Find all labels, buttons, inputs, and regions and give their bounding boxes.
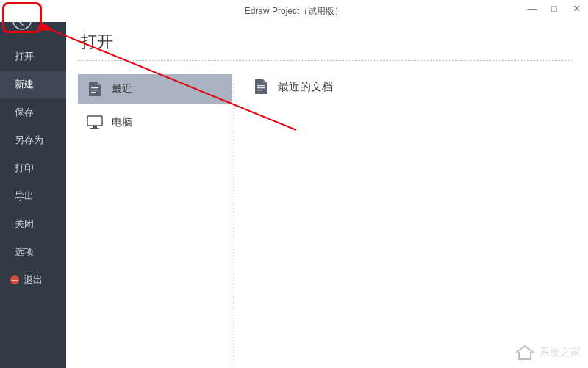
recent-documents-title: 最近的文档 <box>278 80 333 94</box>
svg-rect-7 <box>93 126 97 128</box>
sidebar-item-exit-label: 退出 <box>24 273 43 286</box>
main-content: 打开 最近 <box>66 22 588 368</box>
sidebar-item-saveas[interactable]: 另存为 <box>0 126 66 154</box>
document-icon <box>87 81 103 97</box>
title-bar: Edraw Project（试用版） <box>0 0 588 22</box>
svg-rect-5 <box>91 92 96 93</box>
sidebar-item-open[interactable]: 打开 <box>0 43 66 71</box>
minimize-button[interactable]: — <box>526 3 538 14</box>
svg-rect-6 <box>87 116 102 126</box>
sidebar-item-save[interactable]: 保存 <box>0 98 66 126</box>
page-title: 打开 <box>66 22 588 60</box>
window-title: Edraw Project（试用版） <box>245 5 344 18</box>
exit-icon: — <box>10 275 19 284</box>
sidebar-item-close[interactable]: 关闭 <box>0 210 66 238</box>
sidebar: 打开 新建 保存 另存为 打印 导出 关闭 选项 — 退出 <box>0 0 66 368</box>
document-icon <box>253 79 269 95</box>
maximize-button[interactable]: □ <box>548 3 560 14</box>
sidebar-item-export[interactable]: 导出 <box>0 182 66 210</box>
svg-rect-8 <box>90 128 99 129</box>
svg-rect-9 <box>257 85 265 86</box>
computer-icon <box>87 115 103 131</box>
source-list: 最近 电脑 <box>66 74 232 368</box>
svg-rect-4 <box>91 90 98 90</box>
recent-documents-panel: 最近的文档 <box>232 74 588 368</box>
divider <box>78 60 573 61</box>
source-recent-label: 最近 <box>112 82 132 95</box>
svg-rect-10 <box>257 87 265 88</box>
window-controls: — □ ✕ <box>526 3 582 14</box>
sidebar-item-print[interactable]: 打印 <box>0 154 66 182</box>
sidebar-item-options[interactable]: 选项 <box>0 238 66 266</box>
sidebar-item-exit[interactable]: — 退出 <box>0 266 66 294</box>
recent-documents-header: 最近的文档 <box>247 74 573 95</box>
close-button[interactable]: ✕ <box>570 3 582 14</box>
source-computer-label: 电脑 <box>112 116 132 129</box>
svg-rect-11 <box>257 90 262 90</box>
source-recent[interactable]: 最近 <box>78 74 232 104</box>
source-computer[interactable]: 电脑 <box>78 108 232 137</box>
svg-rect-3 <box>91 87 98 88</box>
sidebar-item-new[interactable]: 新建 <box>0 71 66 98</box>
